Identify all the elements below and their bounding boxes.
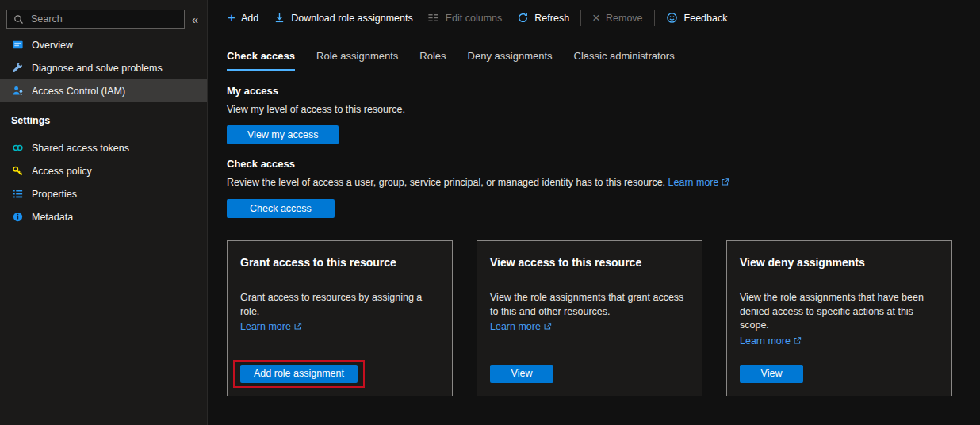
feedback-button[interactable]: Feedback: [659, 5, 735, 32]
card-footer: Add role assignment: [240, 365, 439, 383]
search-input[interactable]: [29, 13, 179, 25]
view-deny-assignments-button[interactable]: View: [740, 365, 803, 383]
card-title: Grant access to this resource: [240, 256, 439, 269]
sidebar-item-label: Overview: [32, 40, 73, 51]
edit-columns-icon: [427, 12, 440, 25]
check-access-description: Review the level of access a user, group…: [227, 176, 961, 190]
shared-access-tokens-icon: [11, 142, 24, 155]
view-my-access-button[interactable]: View my access: [227, 125, 339, 144]
card-learn-more: Learn more: [240, 321, 439, 333]
learn-more-label: Learn more: [490, 321, 541, 332]
settings-section-header: Settings: [0, 102, 207, 132]
my-access-heading: My access: [227, 85, 961, 97]
card-title: View deny assignments: [740, 256, 939, 269]
search-icon: [12, 13, 25, 25]
feedback-label: Feedback: [684, 13, 728, 24]
overview-icon: [11, 39, 24, 52]
card-description: View the role assignments that grant acc…: [490, 291, 689, 320]
wrench-icon: [11, 62, 24, 75]
card-learn-more: Learn more: [490, 321, 689, 333]
check-access-button[interactable]: Check access: [227, 199, 335, 218]
download-label: Download role assignments: [291, 13, 413, 24]
add-button[interactable]: + Add: [220, 5, 266, 32]
sidebar-item-label: Access Control (IAM): [32, 86, 125, 97]
external-link-icon: [293, 322, 302, 333]
refresh-button[interactable]: Refresh: [509, 5, 576, 32]
check-access-description-text: Review the level of access a user, group…: [227, 177, 665, 188]
sidebar-item-label: Shared access tokens: [32, 143, 129, 154]
sidebar-item-properties[interactable]: Properties: [0, 182, 207, 205]
tab-role-assignments[interactable]: Role assignments: [316, 50, 398, 71]
tab-check-access[interactable]: Check access: [227, 50, 295, 71]
add-label: Add: [241, 13, 258, 24]
info-icon: [11, 211, 24, 224]
cards-row: Grant access to this resource Grant acce…: [227, 240, 961, 396]
view-access-button[interactable]: View: [490, 365, 553, 383]
search-box[interactable]: [6, 10, 185, 29]
check-access-heading: Check access: [227, 158, 961, 170]
sidebar-item-shared-access-tokens[interactable]: Shared access tokens: [0, 136, 207, 159]
learn-more-link[interactable]: Learn more: [740, 335, 802, 347]
my-access-description: View my level of access to this resource…: [227, 103, 961, 117]
sidebar-item-access-policy[interactable]: Access policy: [0, 159, 207, 182]
tab-roles[interactable]: Roles: [419, 50, 446, 71]
sidebar-search-row: «: [0, 8, 207, 33]
red-highlight-box: Add role assignment: [233, 360, 365, 388]
learn-more-link[interactable]: Learn more: [668, 177, 730, 188]
learn-more-label: Learn more: [668, 177, 719, 188]
iam-person-key-icon: [11, 85, 24, 98]
tab-content: My access View my level of access to thi…: [208, 71, 980, 396]
tab-classic-administrators[interactable]: Classic administrators: [574, 50, 675, 71]
refresh-icon: [516, 12, 529, 25]
download-role-assignments-button[interactable]: Download role assignments: [266, 5, 420, 32]
external-link-icon: [721, 177, 729, 190]
learn-more-link[interactable]: Learn more: [240, 321, 302, 332]
key-icon: [11, 165, 24, 178]
external-link-icon: [793, 336, 802, 347]
card-footer: View: [490, 365, 689, 383]
settings-divider: [11, 132, 196, 132]
card-grant-access: Grant access to this resource Grant acce…: [227, 240, 453, 396]
properties-list-icon: [11, 188, 24, 201]
add-role-assignment-button[interactable]: Add role assignment: [240, 365, 358, 383]
card-title: View access to this resource: [490, 256, 689, 269]
card-view-deny-assignments: View deny assignments View the role assi…: [726, 240, 952, 396]
app-window: « Overview Diagnose and solve problems A…: [0, 0, 980, 425]
remove-label: Remove: [606, 13, 643, 24]
remove-button[interactable]: × Remove: [585, 5, 649, 32]
card-learn-more: Learn more: [740, 335, 939, 347]
sidebar: « Overview Diagnose and solve problems A…: [0, 0, 208, 425]
card-view-access: View access to this resource View the ro…: [477, 240, 702, 396]
sidebar-item-label: Properties: [32, 189, 77, 200]
sidebar-item-diagnose[interactable]: Diagnose and solve problems: [0, 56, 207, 79]
download-icon: [273, 12, 285, 25]
command-bar: + Add Download role assignments Edit col…: [208, 0, 980, 36]
sidebar-item-metadata[interactable]: Metadata: [0, 205, 207, 228]
sidebar-collapse-button[interactable]: «: [188, 13, 202, 26]
plus-icon: +: [228, 11, 235, 25]
learn-more-label: Learn more: [740, 335, 791, 347]
refresh-label: Refresh: [534, 13, 569, 24]
external-link-icon: [543, 322, 552, 333]
edit-columns-button[interactable]: Edit columns: [420, 5, 510, 32]
sidebar-item-label: Access policy: [32, 166, 92, 177]
card-description: View the role assignments that have been…: [740, 291, 939, 333]
sidebar-item-label: Metadata: [32, 212, 73, 223]
toolbar-separator: [654, 10, 655, 26]
toolbar-separator: [580, 10, 581, 26]
sidebar-item-access-control-iam[interactable]: Access Control (IAM): [0, 79, 207, 102]
sidebar-item-overview[interactable]: Overview: [0, 33, 207, 56]
tab-bar: Check access Role assignments Roles Deny…: [227, 50, 980, 71]
learn-more-label: Learn more: [240, 321, 291, 332]
edit-columns-label: Edit columns: [446, 13, 503, 24]
main-panel: + Add Download role assignments Edit col…: [208, 0, 980, 425]
sidebar-item-label: Diagnose and solve problems: [32, 63, 163, 74]
card-description: Grant access to resources by assigning a…: [240, 291, 439, 320]
learn-more-link[interactable]: Learn more: [490, 321, 552, 332]
card-footer: View: [740, 365, 939, 383]
remove-x-icon: ×: [592, 11, 600, 25]
tab-deny-assignments[interactable]: Deny assignments: [468, 50, 553, 71]
feedback-smiley-icon: [666, 12, 679, 25]
